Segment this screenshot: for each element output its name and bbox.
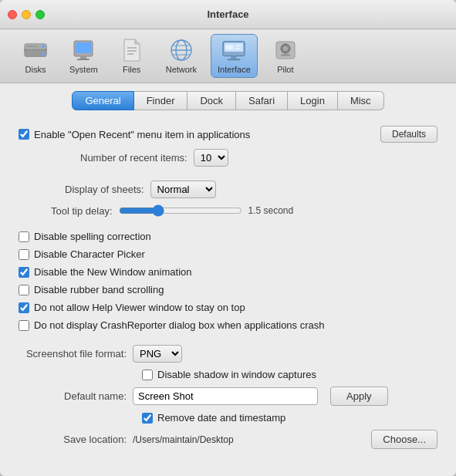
tooltip-delay-value: 1.5 second (248, 205, 294, 216)
disable-char-picker-row: Disable Character Picker (19, 248, 437, 260)
display-sheets-select[interactable]: Normal Animated Static (150, 181, 216, 198)
recent-items-row: Number of recent items: 5 10 15 20 30 50 (19, 149, 437, 167)
help-viewer-text: Do not allow Help Viewer window to stay … (34, 302, 245, 313)
crash-reporter-row: Do not display CrashReporter dialog box … (19, 319, 437, 331)
disable-spelling-text: Disable spelling correction (34, 231, 151, 242)
disable-spelling-checkbox[interactable] (19, 231, 29, 242)
toolbar-network[interactable]: Network (160, 35, 203, 77)
toolbar: Disks System (0, 29, 456, 83)
disable-char-picker-label[interactable]: Disable Character Picker (19, 248, 145, 260)
tab-safari[interactable]: Safari (236, 91, 288, 110)
disable-rubber-band-label[interactable]: Disable rubber band scrolling (19, 284, 164, 295)
help-viewer-checkbox[interactable] (19, 302, 29, 313)
svg-rect-28 (281, 54, 290, 56)
svg-rect-7 (76, 42, 91, 53)
enable-open-recent-checkbox[interactable] (19, 129, 29, 140)
svg-rect-24 (235, 48, 240, 49)
network-label: Network (166, 65, 197, 74)
tab-finder[interactable]: Finder (134, 91, 188, 110)
recent-items-label: Number of recent items: (80, 152, 187, 164)
tab-misc[interactable]: Misc (338, 91, 384, 110)
disable-new-window-label[interactable]: Disable the New Window animation (19, 266, 191, 278)
disable-new-window-text: Disable the New Window animation (34, 266, 191, 278)
system-label: System (69, 65, 98, 74)
disable-new-window-row: Disable the New Window animation (19, 266, 437, 278)
disable-spelling-label[interactable]: Disable spelling correction (19, 231, 151, 242)
file-format-row: Screenshot file format: PNG JPEG TIFF BM… (19, 345, 437, 363)
default-name-row: Default name: Apply (19, 387, 437, 406)
disable-rubber-band-text: Disable rubber band scrolling (34, 284, 164, 295)
system-icon (71, 38, 96, 62)
apply-button[interactable]: Apply (330, 387, 388, 406)
choose-button[interactable]: Choose... (371, 430, 437, 449)
svg-point-2 (42, 45, 45, 48)
help-viewer-row: Do not allow Help Viewer window to stay … (19, 302, 437, 313)
traffic-lights (8, 10, 45, 19)
tab-dock[interactable]: Dock (187, 91, 236, 110)
svg-point-27 (283, 46, 288, 51)
enable-open-recent-text: Enable "Open Recent" menu item in applic… (34, 129, 250, 140)
crash-reporter-label[interactable]: Do not display CrashReporter dialog box … (19, 319, 325, 331)
remove-date-row: Remove date and timestamp (19, 412, 437, 424)
tab-general[interactable]: General (72, 91, 133, 110)
disable-rubber-band-checkbox[interactable] (19, 285, 29, 295)
minimize-button[interactable] (22, 10, 31, 19)
file-format-select[interactable]: PNG JPEG TIFF BMP GIF PDF (133, 345, 182, 363)
svg-rect-8 (80, 56, 86, 59)
disable-shadow-text: Disable shadow in window captures (157, 369, 316, 380)
files-label: Files (123, 65, 140, 74)
svg-rect-22 (226, 45, 233, 49)
pilot-icon (273, 38, 298, 62)
toolbar-pilot[interactable]: Pilot (265, 35, 306, 77)
svg-point-5 (42, 52, 45, 56)
save-location-label: Save location: (19, 434, 127, 445)
toolbar-system[interactable]: System (63, 35, 104, 77)
tooltip-delay-slider[interactable] (119, 204, 242, 217)
enable-open-recent-label[interactable]: Enable "Open Recent" menu item in applic… (19, 129, 250, 140)
disks-icon (23, 38, 48, 62)
window-title: Interface (207, 8, 248, 20)
toolbar-interface[interactable]: Interface (211, 34, 258, 78)
svg-rect-9 (77, 59, 90, 60)
recent-items-select[interactable]: 5 10 15 20 30 50 (194, 149, 228, 167)
disable-shadow-row: Disable shadow in window captures (19, 369, 437, 380)
toolbar-disks[interactable]: Disks (15, 35, 56, 77)
default-name-label: Default name: (19, 390, 127, 402)
main-window: Interface Disks (0, 0, 456, 476)
svg-rect-23 (235, 45, 242, 46)
default-name-input[interactable] (133, 387, 318, 405)
remove-date-text: Remove date and timestamp (157, 412, 285, 424)
network-icon (169, 38, 194, 62)
disable-char-picker-checkbox[interactable] (19, 249, 29, 260)
disable-shadow-checkbox[interactable] (142, 370, 153, 380)
disable-shadow-label[interactable]: Disable shadow in window captures (142, 369, 316, 380)
enable-open-recent-row: Enable "Open Recent" menu item in applic… (19, 126, 437, 143)
file-format-label: Screenshot file format: (19, 348, 127, 360)
disks-label: Disks (25, 65, 46, 74)
remove-date-checkbox[interactable] (142, 413, 153, 424)
maximize-button[interactable] (35, 10, 45, 19)
content-area: Enable "Open Recent" menu item in applic… (0, 115, 456, 476)
defaults-button[interactable]: Defaults (380, 126, 437, 143)
screenshot-section: Screenshot file format: PNG JPEG TIFF BM… (19, 345, 437, 449)
remove-date-label[interactable]: Remove date and timestamp (142, 412, 285, 424)
files-icon (120, 38, 144, 62)
tabs-row: General Finder Dock Safari Login Misc (0, 83, 456, 115)
svg-rect-3 (26, 46, 37, 47)
interface-icon (221, 38, 246, 62)
crash-reporter-text: Do not display CrashReporter dialog box … (34, 319, 325, 331)
help-viewer-label[interactable]: Do not allow Help Viewer window to stay … (19, 302, 245, 313)
crash-reporter-checkbox[interactable] (19, 320, 29, 331)
tooltip-slider-container: 1.5 second (119, 204, 294, 217)
pilot-label: Pilot (277, 65, 293, 74)
disable-char-picker-text: Disable Character Picker (34, 248, 145, 260)
title-bar: Interface (0, 0, 456, 29)
save-location-row: Save location: /Users/maintain/Desktop C… (19, 430, 437, 449)
toolbar-files[interactable]: Files (112, 35, 152, 77)
tab-login[interactable]: Login (288, 91, 338, 110)
svg-rect-20 (231, 56, 238, 59)
disable-new-window-checkbox[interactable] (19, 267, 29, 278)
disable-spelling-row: Disable spelling correction (19, 231, 437, 242)
disable-rubber-band-row: Disable rubber band scrolling (19, 284, 437, 295)
close-button[interactable] (8, 10, 17, 19)
